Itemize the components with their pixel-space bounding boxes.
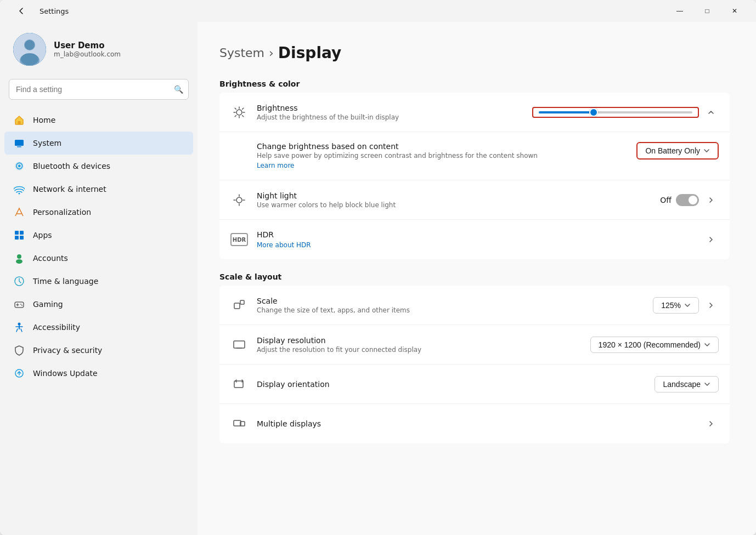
- scale-layout-card: Scale Change the size of text, apps, and…: [219, 286, 730, 443]
- brightness-icon: [230, 104, 248, 121]
- svg-rect-13: [20, 231, 24, 235]
- svg-point-38: [236, 197, 242, 203]
- apps-icon: [13, 229, 25, 241]
- hdr-control[interactable]: [703, 232, 719, 247]
- brightness-label: Brightness: [257, 104, 523, 112]
- minimize-button[interactable]: —: [667, 2, 692, 20]
- breadcrumb-separator: ›: [269, 46, 274, 60]
- search-input[interactable]: [9, 79, 189, 100]
- multiple-displays-control[interactable]: [703, 416, 719, 431]
- orientation-icon: [230, 375, 248, 393]
- svg-point-23: [21, 305, 22, 306]
- svg-point-29: [236, 110, 242, 115]
- brightness-control[interactable]: [532, 105, 719, 120]
- sidebar-item-home[interactable]: Home: [4, 109, 193, 132]
- search-box[interactable]: 🔍: [9, 79, 189, 100]
- sidebar-item-time[interactable]: Time & language: [4, 270, 193, 293]
- maximize-button[interactable]: □: [695, 2, 720, 20]
- orientation-row: Display orientation Landscape: [219, 365, 730, 404]
- brightness-color-card: Brightness Adjust the brightness of the …: [219, 93, 730, 259]
- scale-section-title: Scale & layout: [219, 272, 730, 281]
- svg-rect-12: [15, 231, 19, 235]
- svg-rect-15: [20, 236, 24, 240]
- resolution-value: 1920 × 1200 (Recommended): [599, 340, 701, 349]
- hdr-text: HDR More about HDR: [257, 230, 695, 249]
- svg-text:⦿: ⦿: [15, 162, 23, 170]
- sidebar-item-accounts[interactable]: Accounts: [4, 247, 193, 270]
- change-brightness-control[interactable]: On Battery Only: [636, 142, 719, 160]
- scale-arrow-button[interactable]: [703, 298, 719, 313]
- svg-point-16: [17, 254, 21, 259]
- bluetooth-icon: ⦿: [13, 160, 25, 172]
- update-icon: [13, 367, 25, 379]
- change-brightness-dropdown[interactable]: On Battery Only: [636, 142, 719, 160]
- brightness-slider-wrap: [532, 107, 699, 118]
- hdr-more-link[interactable]: More about HDR: [257, 241, 311, 249]
- multiple-displays-arrow-button[interactable]: [703, 416, 719, 431]
- multiple-displays-text: Multiple displays: [257, 419, 695, 428]
- resolution-row: Display resolution Adjust the resolution…: [219, 325, 730, 365]
- brightness-desc: Adjust the brightness of the built-in di…: [257, 113, 523, 121]
- night-light-desc: Use warmer colors to help block blue lig…: [257, 201, 651, 209]
- sidebar-item-bluetooth-label: Bluetooth & devices: [33, 162, 110, 170]
- breadcrumb: System › Display: [219, 44, 730, 62]
- scale-label: Scale: [257, 297, 644, 305]
- sidebar-item-privacy[interactable]: Privacy & security: [4, 339, 193, 362]
- sidebar-item-personalization[interactable]: Personalization: [4, 201, 193, 224]
- resolution-select-button[interactable]: 1920 × 1200 (Recommended): [590, 337, 719, 353]
- dropdown-chevron-icon: [703, 147, 710, 154]
- night-light-row: Night light Use warmer colors to help bl…: [219, 180, 730, 220]
- sidebar-item-system[interactable]: System: [4, 132, 193, 155]
- user-profile[interactable]: User Demo m_lab@outlook.com: [0, 22, 198, 79]
- orientation-control[interactable]: Landscape: [655, 376, 719, 392]
- scale-control[interactable]: 125%: [653, 297, 719, 314]
- night-light-label: Night light: [257, 191, 651, 200]
- night-light-icon: [230, 191, 248, 209]
- sidebar-item-network[interactable]: Network & internet: [4, 178, 193, 201]
- learn-more-link[interactable]: Learn more: [257, 162, 294, 169]
- hdr-arrow-button[interactable]: [703, 232, 719, 247]
- hdr-row: HDR HDR More about HDR: [219, 220, 730, 259]
- sidebar-item-personalization-label: Personalization: [33, 208, 91, 217]
- window-title: Settings: [40, 7, 69, 15]
- scale-select-button[interactable]: 125%: [653, 297, 699, 314]
- sidebar-item-gaming[interactable]: Gaming: [4, 293, 193, 316]
- sidebar-item-time-label: Time & language: [33, 277, 98, 286]
- sidebar-item-update[interactable]: Windows Update: [4, 362, 193, 385]
- sidebar-item-bluetooth[interactable]: ⦿ Bluetooth & devices: [4, 155, 193, 178]
- brightness-collapse-button[interactable]: [703, 105, 719, 120]
- sidebar-item-apps[interactable]: Apps: [4, 224, 193, 247]
- accessibility-icon: [13, 321, 25, 333]
- sidebar-item-accessibility-label: Accessibility: [33, 323, 80, 332]
- system-icon: [13, 137, 25, 149]
- orientation-select-button[interactable]: Landscape: [655, 376, 719, 392]
- brightness-slider[interactable]: [539, 111, 692, 113]
- night-light-text: Night light Use warmer colors to help bl…: [257, 191, 651, 209]
- breadcrumb-current: Display: [278, 44, 341, 62]
- orientation-value: Landscape: [663, 380, 701, 389]
- nav-list: Home System: [0, 109, 198, 385]
- personalization-icon: [13, 206, 25, 218]
- sidebar-item-network-label: Network & internet: [33, 185, 106, 193]
- hdr-badge: HDR: [230, 233, 248, 246]
- multiple-displays-label: Multiple displays: [257, 419, 695, 428]
- night-light-arrow-button[interactable]: [703, 192, 719, 208]
- svg-point-22: [20, 304, 21, 305]
- change-brightness-icon: [230, 143, 248, 161]
- sidebar-item-accessibility[interactable]: Accessibility: [4, 316, 193, 339]
- night-light-toggle[interactable]: [676, 194, 699, 206]
- network-icon: [13, 183, 25, 195]
- multiple-displays-row: Multiple displays: [219, 404, 730, 443]
- scale-chevron-icon: [684, 302, 691, 309]
- gaming-icon: [13, 298, 25, 310]
- sidebar-item-apps-label: Apps: [33, 231, 52, 240]
- resolution-control[interactable]: 1920 × 1200 (Recommended): [590, 337, 719, 353]
- time-icon: [13, 275, 25, 287]
- resolution-label: Display resolution: [257, 336, 582, 345]
- close-button[interactable]: ✕: [722, 2, 747, 20]
- orientation-text: Display orientation: [257, 380, 646, 389]
- svg-rect-14: [15, 236, 19, 240]
- night-light-control[interactable]: Off: [660, 192, 719, 208]
- back-button[interactable]: [9, 2, 34, 20]
- main-content: System › Display Brightness & color: [198, 22, 756, 535]
